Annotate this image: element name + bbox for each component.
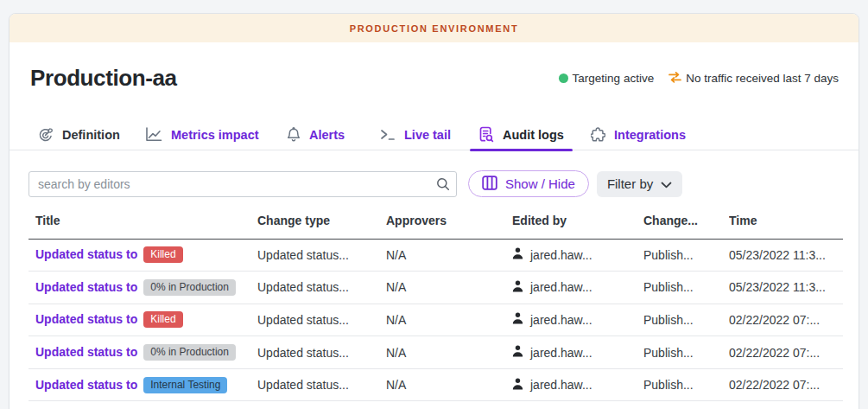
puzzle-icon [591, 127, 605, 143]
traffic-status-label: No traffic received last 7 days [686, 72, 839, 85]
table-header-row: Title Change type Approvers Edited by Ch… [29, 207, 843, 239]
cell-title: Updated status toKilled [29, 304, 257, 336]
targeting-status-label: Targeting active [573, 72, 655, 85]
cell-time: 02/22/2022 07:... [729, 368, 843, 401]
column-header-change: Change... [643, 207, 729, 239]
table-row: Updated status toInternal TestingUpdated… [29, 368, 843, 401]
traffic-status: No traffic received last 7 days [668, 72, 839, 86]
tab-audit-logs[interactable]: Audit logs [470, 119, 573, 150]
cell-change: Publish... [643, 272, 729, 304]
traffic-arrows-icon [668, 72, 681, 86]
status-badge: Killed [143, 311, 182, 328]
tab-integrations-label: Integrations [614, 128, 686, 142]
row-title-link[interactable]: Updated status to [35, 312, 137, 326]
tab-live-tail[interactable]: Live tail [371, 119, 459, 150]
cell-edited-by: jared.haw... [512, 272, 643, 304]
cell-change-type: Updated status... [257, 272, 386, 304]
cell-approvers: N/A [386, 239, 512, 272]
tab-metrics-impact[interactable]: Metrics impact [136, 119, 268, 150]
person-icon [512, 378, 523, 393]
chart-icon [145, 127, 162, 142]
row-title-link[interactable]: Updated status to [35, 378, 137, 392]
status-badge: Internal Testing [143, 377, 227, 393]
column-header-time: Time [729, 207, 843, 239]
edited-by-cell: jared.haw... [512, 280, 643, 295]
cell-change: Publish... [643, 239, 729, 272]
tab-bar: Definition Metrics impact Alerts [10, 119, 858, 150]
environment-banner: PRODUCTION ENVIRONMENT [10, 14, 858, 42]
search-wrap [29, 171, 457, 197]
audit-log-table: Title Change type Approvers Edited by Ch… [29, 207, 843, 401]
person-icon [512, 280, 523, 295]
cell-edited-by: jared.haw... [512, 336, 643, 369]
tab-alerts-label: Alerts [309, 128, 345, 142]
status-badge: 0% in Production [143, 279, 236, 296]
filter-by-button[interactable]: Filter by [597, 171, 682, 197]
audit-log-icon [478, 126, 494, 143]
table-row: Updated status to0% in ProductionUpdated… [29, 272, 843, 304]
edited-by-name: jared.haw... [530, 248, 592, 262]
edited-by-name: jared.haw... [530, 313, 592, 327]
column-header-title: Title [29, 207, 257, 239]
cell-change-type: Updated status... [257, 368, 386, 401]
cell-approvers: N/A [386, 336, 512, 369]
cell-change: Publish... [643, 336, 729, 369]
bell-icon [287, 127, 301, 143]
cell-title: Updated status to0% in Production [29, 336, 257, 369]
chevron-down-icon [661, 176, 672, 191]
cell-title: Updated status toKilled [29, 239, 257, 272]
tab-live-tail-label: Live tail [404, 128, 451, 142]
status-badge: 0% in Production [143, 344, 236, 361]
edited-by-name: jared.haw... [530, 280, 592, 294]
header-row: Production-aa Targeting active No traffi… [10, 42, 858, 92]
columns-icon [482, 176, 497, 193]
cell-title: Updated status toInternal Testing [29, 368, 257, 401]
edited-by-cell: jared.haw... [512, 312, 643, 327]
status-group: Targeting active No traffic received las… [559, 72, 839, 86]
cell-title: Updated status to0% in Production [29, 272, 257, 304]
cell-time: 02/22/2022 07:... [729, 336, 843, 369]
tab-metrics-impact-label: Metrics impact [171, 128, 259, 142]
person-icon [512, 312, 523, 327]
edited-by-name: jared.haw... [530, 346, 592, 360]
filter-by-label: Filter by [607, 176, 653, 191]
table-row: Updated status toKilledUpdated status...… [29, 239, 843, 272]
person-icon [512, 247, 523, 262]
cell-approvers: N/A [386, 304, 512, 336]
cell-change: Publish... [643, 304, 729, 336]
search-icon [436, 177, 450, 195]
row-title-link[interactable]: Updated status to [35, 345, 137, 359]
cell-change-type: Updated status... [257, 336, 386, 369]
column-header-approvers: Approvers [386, 207, 512, 239]
edited-by-cell: jared.haw... [512, 345, 643, 360]
cell-change-type: Updated status... [257, 239, 386, 272]
column-header-edited-by: Edited by [512, 207, 643, 239]
row-title-link[interactable]: Updated status to [35, 280, 137, 294]
cell-time: 05/23/2022 11:3... [729, 272, 843, 304]
person-icon [512, 345, 523, 360]
terminal-icon [380, 128, 396, 141]
show-hide-button[interactable]: Show / Hide [468, 170, 589, 197]
cell-change: Publish... [643, 368, 729, 401]
tab-integrations[interactable]: Integrations [582, 119, 694, 150]
table-row: Updated status to0% in ProductionUpdated… [29, 336, 843, 369]
targeting-status: Targeting active [559, 72, 655, 85]
cell-approvers: N/A [386, 272, 512, 304]
row-title-link[interactable]: Updated status to [35, 247, 137, 261]
page-title: Production-aa [30, 65, 177, 92]
search-input[interactable] [29, 171, 457, 197]
tab-alerts[interactable]: Alerts [278, 119, 353, 150]
tab-definition-label: Definition [62, 128, 120, 142]
tab-definition[interactable]: Definition [29, 119, 129, 150]
tab-audit-logs-label: Audit logs [503, 128, 564, 142]
column-header-change-type: Change type [257, 207, 386, 239]
edited-by-cell: jared.haw... [512, 247, 643, 262]
environment-banner-label: PRODUCTION ENVIRONMENT [350, 23, 519, 34]
target-icon [38, 127, 54, 143]
cell-time: 05/23/2022 11:3... [729, 239, 843, 272]
cell-approvers: N/A [386, 368, 512, 401]
cell-edited-by: jared.haw... [512, 368, 643, 401]
table-row: Updated status toKilledUpdated status...… [29, 304, 843, 336]
targeting-active-dot-icon [559, 73, 568, 83]
edited-by-name: jared.haw... [530, 378, 592, 392]
